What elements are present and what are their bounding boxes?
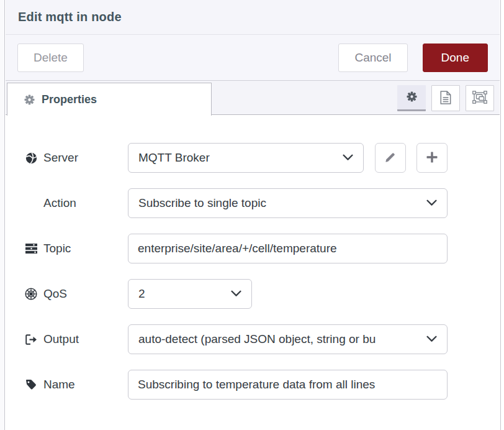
edit-server-button[interactable] — [375, 143, 406, 173]
dialog-title: Edit mqtt in node — [18, 10, 122, 24]
appearance-tab-button[interactable] — [466, 85, 494, 111]
description-tab-button[interactable] — [431, 85, 460, 111]
dialog-header: Edit mqtt in node — [6, 0, 500, 35]
chevron-down-icon — [343, 152, 353, 163]
tasks-icon — [24, 244, 38, 254]
document-icon — [440, 91, 451, 106]
sign-out-icon — [24, 334, 38, 345]
name-input[interactable] — [128, 370, 448, 400]
form-row-topic: Topic — [24, 234, 500, 263]
workspace-edge-right — [500, 0, 504, 430]
qos-label: QoS — [24, 287, 128, 301]
done-button[interactable]: Done — [423, 43, 488, 72]
form-row-qos: QoS 2 — [24, 279, 500, 309]
form-row-server: Server MQTT Broker — [24, 143, 500, 173]
tag-icon — [24, 379, 38, 390]
form-row-output: Output auto-detect (parsed JSON object, … — [24, 324, 500, 354]
add-server-button[interactable] — [416, 143, 448, 173]
server-label: Server — [24, 151, 128, 165]
gear-icon — [24, 94, 35, 105]
name-label: Name — [24, 378, 128, 391]
form-row-action: Action Subscribe to single topic — [24, 188, 500, 218]
form-row-name: Name — [24, 370, 500, 400]
tab-action-buttons — [397, 85, 494, 111]
appearance-icon — [472, 91, 487, 106]
chevron-down-icon — [426, 198, 437, 209]
pencil-icon — [385, 151, 397, 165]
gear-icon — [407, 91, 417, 104]
tab-properties[interactable]: Properties — [7, 83, 212, 116]
topic-label: Topic — [24, 242, 128, 255]
topic-input[interactable] — [128, 234, 448, 263]
delete-button[interactable]: Delete — [17, 43, 84, 72]
output-select[interactable]: auto-detect (parsed JSON object, string … — [128, 324, 448, 354]
cancel-button[interactable]: Cancel — [338, 43, 407, 72]
output-label: Output — [24, 332, 128, 346]
edit-mqtt-node-dialog: Edit mqtt in node Delete Cancel Done — [0, 0, 504, 430]
chevron-down-icon — [231, 288, 241, 300]
properties-form: Server MQTT Broker — [6, 115, 500, 400]
dialog-toolbar: Delete Cancel Done — [6, 35, 500, 81]
server-select[interactable]: MQTT Broker — [128, 143, 364, 173]
globe-icon — [24, 152, 38, 164]
plus-icon — [426, 152, 438, 165]
tab-properties-label: Properties — [42, 93, 97, 106]
tab-bar: Properties — [6, 81, 500, 115]
empire-icon — [24, 288, 38, 300]
dialog-panel: Edit mqtt in node Delete Cancel Done — [6, 0, 500, 430]
action-label: Action — [24, 196, 128, 210]
qos-select[interactable]: 2 — [128, 279, 252, 309]
chevron-down-icon — [426, 334, 437, 345]
properties-tab-button[interactable] — [397, 85, 426, 111]
workspace-edge-left — [0, 0, 5, 430]
action-select[interactable]: Subscribe to single topic — [128, 188, 448, 218]
